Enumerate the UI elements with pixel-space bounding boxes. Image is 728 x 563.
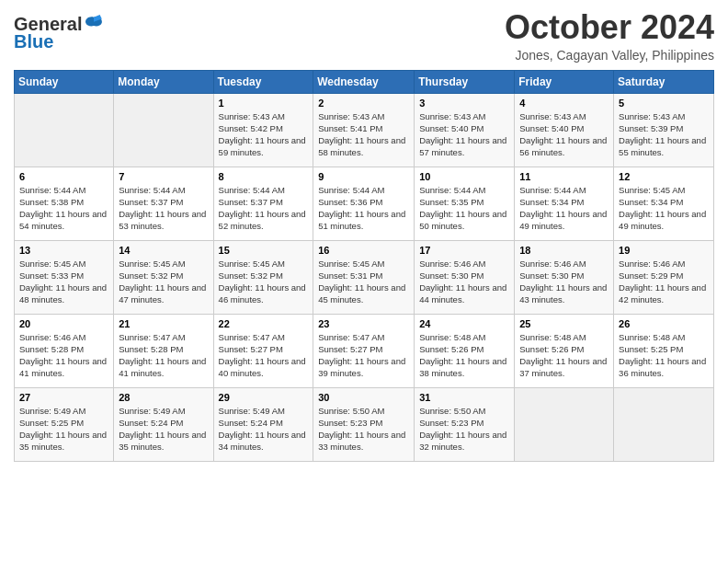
day-info: Sunrise: 5:45 AMSunset: 5:31 PMDaylight:… (318, 258, 409, 306)
calendar-day-header: Sunday (15, 70, 114, 93)
calendar-cell (515, 387, 614, 461)
calendar-cell: 18Sunrise: 5:46 AMSunset: 5:30 PMDayligh… (515, 240, 614, 314)
calendar-cell: 30Sunrise: 5:50 AMSunset: 5:23 PMDayligh… (313, 387, 415, 461)
calendar-cell: 31Sunrise: 5:50 AMSunset: 5:23 PMDayligh… (415, 387, 515, 461)
day-number: 7 (119, 171, 208, 182)
month-title: October 2024 (505, 9, 714, 46)
day-number: 8 (219, 171, 309, 182)
calendar-table: SundayMondayTuesdayWednesdayThursdayFrid… (14, 70, 714, 462)
page-header: General Blue October 2024 Jones, Cagayan… (14, 9, 714, 63)
day-info: Sunrise: 5:49 AMSunset: 5:24 PMDaylight:… (219, 405, 309, 454)
day-number: 15 (219, 245, 309, 256)
calendar-cell: 10Sunrise: 5:44 AMSunset: 5:35 PMDayligh… (415, 167, 515, 240)
day-info: Sunrise: 5:45 AMSunset: 5:34 PMDaylight:… (619, 184, 709, 233)
day-info: Sunrise: 5:43 AMSunset: 5:41 PMDaylight:… (318, 110, 409, 159)
day-number: 19 (619, 245, 709, 256)
calendar-day-header: Wednesday (313, 70, 415, 93)
day-number: 3 (419, 98, 509, 109)
day-info: Sunrise: 5:48 AMSunset: 5:26 PMDaylight:… (419, 331, 509, 380)
calendar-cell: 17Sunrise: 5:46 AMSunset: 5:30 PMDayligh… (415, 240, 515, 314)
day-info: Sunrise: 5:44 AMSunset: 5:38 PMDaylight:… (19, 184, 108, 233)
day-info: Sunrise: 5:49 AMSunset: 5:24 PMDaylight:… (119, 405, 208, 454)
logo-bird-icon (84, 15, 104, 35)
day-info: Sunrise: 5:48 AMSunset: 5:25 PMDaylight:… (619, 331, 709, 380)
calendar-cell: 28Sunrise: 5:49 AMSunset: 5:24 PMDayligh… (114, 387, 213, 461)
calendar-cell (15, 93, 114, 167)
day-info: Sunrise: 5:44 AMSunset: 5:35 PMDaylight:… (419, 184, 509, 233)
calendar-cell: 6Sunrise: 5:44 AMSunset: 5:38 PMDaylight… (15, 167, 114, 240)
day-info: Sunrise: 5:50 AMSunset: 5:23 PMDaylight:… (318, 405, 409, 454)
calendar-cell: 22Sunrise: 5:47 AMSunset: 5:27 PMDayligh… (213, 314, 313, 387)
calendar-day-header: Thursday (415, 70, 515, 93)
calendar-cell: 16Sunrise: 5:45 AMSunset: 5:31 PMDayligh… (313, 240, 415, 314)
day-info: Sunrise: 5:44 AMSunset: 5:36 PMDaylight:… (318, 184, 409, 233)
calendar-cell: 26Sunrise: 5:48 AMSunset: 5:25 PMDayligh… (614, 314, 714, 387)
day-number: 26 (619, 318, 709, 329)
day-number: 12 (619, 171, 709, 182)
day-info: Sunrise: 5:46 AMSunset: 5:30 PMDaylight:… (519, 258, 609, 306)
day-info: Sunrise: 5:43 AMSunset: 5:40 PMDaylight:… (419, 110, 509, 159)
day-info: Sunrise: 5:47 AMSunset: 5:27 PMDaylight:… (318, 331, 409, 380)
calendar-cell: 3Sunrise: 5:43 AMSunset: 5:40 PMDaylight… (415, 93, 515, 167)
calendar-day-header: Saturday (614, 70, 714, 93)
day-info: Sunrise: 5:45 AMSunset: 5:33 PMDaylight:… (19, 258, 108, 306)
day-number: 6 (19, 171, 108, 182)
day-number: 4 (519, 98, 609, 109)
day-number: 10 (419, 171, 509, 182)
calendar-cell: 2Sunrise: 5:43 AMSunset: 5:41 PMDaylight… (313, 93, 415, 167)
day-number: 13 (19, 245, 108, 256)
calendar-cell: 12Sunrise: 5:45 AMSunset: 5:34 PMDayligh… (614, 167, 714, 240)
day-info: Sunrise: 5:43 AMSunset: 5:42 PMDaylight:… (219, 110, 309, 159)
day-info: Sunrise: 5:50 AMSunset: 5:23 PMDaylight:… (419, 405, 509, 454)
calendar-cell: 19Sunrise: 5:46 AMSunset: 5:29 PMDayligh… (614, 240, 714, 314)
calendar-cell: 1Sunrise: 5:43 AMSunset: 5:42 PMDaylight… (213, 93, 313, 167)
calendar-cell: 4Sunrise: 5:43 AMSunset: 5:40 PMDaylight… (515, 93, 614, 167)
calendar-cell: 24Sunrise: 5:48 AMSunset: 5:26 PMDayligh… (415, 314, 515, 387)
day-number: 31 (419, 392, 509, 403)
calendar-week-row: 6Sunrise: 5:44 AMSunset: 5:38 PMDaylight… (15, 167, 714, 240)
day-number: 24 (419, 318, 509, 329)
calendar-cell (614, 387, 714, 461)
day-number: 22 (219, 318, 309, 329)
day-info: Sunrise: 5:45 AMSunset: 5:32 PMDaylight:… (119, 258, 208, 306)
day-number: 2 (318, 98, 409, 109)
calendar-week-row: 27Sunrise: 5:49 AMSunset: 5:25 PMDayligh… (15, 387, 714, 461)
location: Jones, Cagayan Valley, Philippines (505, 48, 714, 63)
calendar-cell: 20Sunrise: 5:46 AMSunset: 5:28 PMDayligh… (15, 314, 114, 387)
day-number: 1 (219, 98, 309, 109)
day-info: Sunrise: 5:48 AMSunset: 5:26 PMDaylight:… (519, 331, 609, 380)
calendar-day-header: Tuesday (213, 70, 313, 93)
day-info: Sunrise: 5:43 AMSunset: 5:39 PMDaylight:… (619, 110, 709, 159)
day-number: 9 (318, 171, 409, 182)
day-number: 11 (519, 171, 609, 182)
calendar-day-header: Monday (114, 70, 213, 93)
day-number: 5 (619, 98, 709, 109)
day-number: 16 (318, 245, 409, 256)
day-info: Sunrise: 5:44 AMSunset: 5:37 PMDaylight:… (119, 184, 208, 233)
calendar-cell: 8Sunrise: 5:44 AMSunset: 5:37 PMDaylight… (213, 167, 313, 240)
logo: General Blue (14, 14, 106, 52)
calendar-day-header: Friday (515, 70, 614, 93)
day-number: 29 (219, 392, 309, 403)
day-info: Sunrise: 5:49 AMSunset: 5:25 PMDaylight:… (19, 405, 108, 454)
calendar-cell: 15Sunrise: 5:45 AMSunset: 5:32 PMDayligh… (213, 240, 313, 314)
day-number: 28 (119, 392, 208, 403)
day-info: Sunrise: 5:43 AMSunset: 5:40 PMDaylight:… (519, 110, 609, 159)
day-info: Sunrise: 5:47 AMSunset: 5:28 PMDaylight:… (119, 331, 208, 380)
calendar-cell: 21Sunrise: 5:47 AMSunset: 5:28 PMDayligh… (114, 314, 213, 387)
day-number: 23 (318, 318, 409, 329)
day-number: 25 (519, 318, 609, 329)
day-number: 18 (519, 245, 609, 256)
day-number: 27 (19, 392, 108, 403)
calendar-cell (114, 93, 213, 167)
calendar-cell: 29Sunrise: 5:49 AMSunset: 5:24 PMDayligh… (213, 387, 313, 461)
day-number: 20 (19, 318, 108, 329)
calendar-cell: 11Sunrise: 5:44 AMSunset: 5:34 PMDayligh… (515, 167, 614, 240)
day-number: 14 (119, 245, 208, 256)
calendar-cell: 25Sunrise: 5:48 AMSunset: 5:26 PMDayligh… (515, 314, 614, 387)
calendar-week-row: 20Sunrise: 5:46 AMSunset: 5:28 PMDayligh… (15, 314, 714, 387)
title-block: October 2024 Jones, Cagayan Valley, Phil… (505, 9, 714, 63)
day-number: 21 (119, 318, 208, 329)
day-info: Sunrise: 5:46 AMSunset: 5:30 PMDaylight:… (419, 258, 509, 306)
calendar-week-row: 13Sunrise: 5:45 AMSunset: 5:33 PMDayligh… (15, 240, 714, 314)
